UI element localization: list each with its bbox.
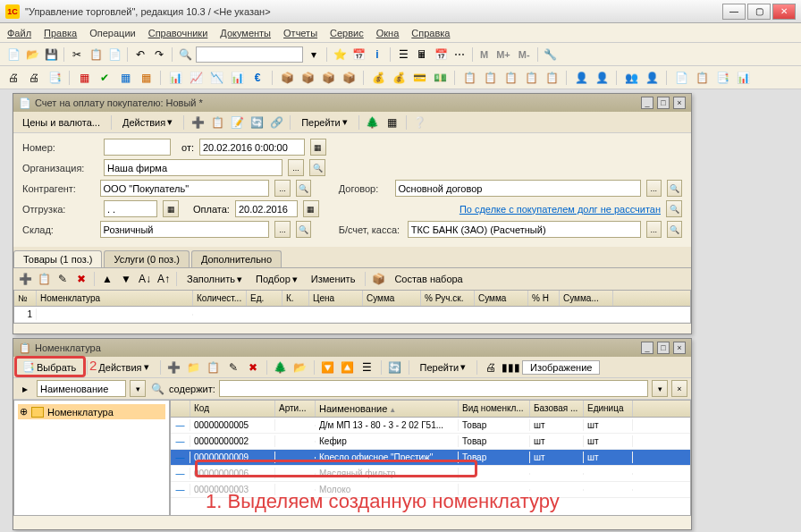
tool-icon[interactable]: 📋	[694, 70, 710, 86]
dropdown-button[interactable]: ▾	[130, 380, 146, 397]
doc-maximize-button[interactable]: □	[657, 97, 670, 109]
debt-link[interactable]: По сделке с покупателем долг не рассчита…	[460, 204, 661, 215]
favorites-icon[interactable]: ⭐	[332, 46, 348, 63]
tree-icon[interactable]: 🌲	[365, 114, 381, 131]
pay-input[interactable]: 20.02.2016	[235, 200, 298, 217]
sort-az-icon[interactable]: A↓	[137, 271, 153, 287]
col-num[interactable]: №	[14, 291, 37, 306]
col-base[interactable]: Базовая ...	[530, 401, 584, 417]
col-sum[interactable]: Сумма	[363, 291, 421, 306]
col-manual-discount[interactable]: % Руч.ск.	[421, 291, 475, 306]
tool-icon[interactable]: €	[249, 70, 266, 86]
menu-operations[interactable]: Операции	[89, 28, 135, 38]
tool-icon[interactable]: 💰	[370, 70, 386, 86]
tool-icon[interactable]: 💳	[411, 70, 427, 86]
print-icon[interactable]: 🖨	[483, 359, 499, 376]
delete-icon[interactable]: ✖	[245, 359, 261, 376]
menu-refs[interactable]: Справочники	[148, 28, 208, 38]
tool-icon[interactable]: 📋	[461, 70, 477, 86]
col-unit[interactable]: Ед.	[247, 291, 282, 306]
select-button[interactable]: ...	[646, 221, 662, 238]
menu-edit[interactable]: Правка	[44, 28, 77, 38]
tool-icon[interactable]: 👤	[644, 70, 660, 86]
actions-button[interactable]: Действия ▾	[93, 360, 154, 374]
open-button[interactable]: 🔍	[296, 180, 311, 197]
maximize-button[interactable]: ▢	[747, 4, 771, 20]
nom-minimize-button[interactable]: _	[641, 342, 653, 354]
tool-icon[interactable]: 👤	[594, 70, 610, 86]
prices-currency-button[interactable]: Цены и валюта...	[17, 116, 105, 129]
more-icon[interactable]: ⋯	[451, 46, 468, 63]
edit-row-icon[interactable]: ✎	[55, 271, 71, 287]
col-sum3[interactable]: Сумма...	[560, 291, 613, 306]
col-article[interactable]: Арти...	[275, 401, 316, 417]
menu-help[interactable]: Справка	[411, 28, 450, 38]
movedown-icon[interactable]: ▼	[118, 271, 134, 287]
move-icon[interactable]: 📂	[292, 359, 308, 376]
nom-grid-row[interactable]: —00000000009Кресло офисное "Престиж"Това…	[171, 450, 690, 466]
search-input[interactable]	[196, 46, 303, 63]
tool-icon[interactable]: 📦	[341, 70, 357, 86]
tool-icon[interactable]: 📑	[714, 70, 730, 86]
nom-grid-row[interactable]: —00000000003Молоко	[171, 482, 690, 498]
hierarchy-icon[interactable]: 🌲	[273, 359, 289, 376]
expand-icon[interactable]: ▸	[17, 381, 33, 397]
calendar-icon[interactable]: 📅	[350, 46, 367, 63]
tool-icon[interactable]: ✔	[97, 70, 113, 86]
list-icon[interactable]: ☰	[395, 46, 411, 63]
paste-icon[interactable]: 📄	[106, 46, 122, 63]
filter-value-input[interactable]	[219, 380, 648, 397]
copy-doc-icon[interactable]: 📋	[209, 114, 225, 131]
tool-icon[interactable]: 📋	[482, 70, 498, 86]
add-folder-icon[interactable]: 📁	[186, 359, 202, 376]
menu-service[interactable]: Сервис	[330, 28, 364, 38]
doc-close-button[interactable]: ×	[673, 97, 686, 109]
tool-icon[interactable]: 📄	[673, 70, 689, 86]
actions-button[interactable]: Действия ▾	[117, 115, 178, 129]
col-marker[interactable]	[171, 401, 190, 417]
new-icon[interactable]: 📄	[5, 46, 21, 63]
minimize-button[interactable]: —	[722, 4, 746, 20]
copy-icon[interactable]: 📋	[88, 46, 104, 63]
filter-list-icon[interactable]: ☰	[359, 359, 375, 376]
filter-off-icon[interactable]: 🔼	[340, 359, 356, 376]
menu-file[interactable]: Файл	[7, 28, 31, 38]
open-button[interactable]: 🔍	[296, 221, 311, 238]
settings-icon[interactable]: 🔧	[543, 46, 559, 63]
nom-close-button[interactable]: ×	[673, 342, 686, 354]
tab-goods[interactable]: Товары (1 поз.)	[13, 250, 102, 267]
calendar-button[interactable]: ▦	[310, 139, 326, 156]
delete-row-icon[interactable]: ✖	[73, 271, 89, 287]
refresh-icon[interactable]: 🔄	[387, 359, 403, 376]
tool-icon[interactable]: 📦	[299, 70, 316, 86]
filter-icon[interactable]: 🔽	[320, 359, 336, 376]
date-input[interactable]: 20.02.2016 0:00:00	[199, 139, 305, 156]
dropdown-icon[interactable]: ▾	[306, 46, 322, 63]
open-icon[interactable]: 📂	[24, 46, 40, 63]
help2-icon[interactable]: ❔	[412, 114, 428, 131]
contr-input[interactable]: ООО "Покупатель"	[100, 180, 270, 197]
search-icon[interactable]: 🔍	[177, 46, 193, 63]
tool-icon[interactable]: 🖨	[5, 70, 21, 86]
tool-icon[interactable]: 💵	[432, 70, 448, 86]
col-qty[interactable]: Количест...	[193, 291, 247, 306]
nom-maximize-button[interactable]: □	[657, 342, 670, 354]
composition-button[interactable]: Состав набора	[389, 273, 468, 285]
sort-za-icon[interactable]: A↑	[156, 271, 172, 287]
select-button[interactable]: ...	[646, 180, 662, 197]
nom-grid-row[interactable]: —00000000006Масляный фильтр	[171, 466, 690, 482]
tool-icon[interactable]: 📊	[229, 70, 245, 86]
open-button[interactable]: 🔍	[309, 159, 325, 176]
tool-icon[interactable]: 📉	[208, 70, 224, 86]
close-button[interactable]: ✕	[772, 4, 796, 20]
change-button[interactable]: Изменить	[306, 273, 361, 285]
menu-windows[interactable]: Окна	[376, 28, 400, 38]
org-input[interactable]: Наша фирма	[104, 159, 282, 176]
calendar-button[interactable]: ▦	[303, 200, 319, 217]
menu-reports[interactable]: Отчеты	[283, 28, 317, 38]
add-icon[interactable]: ➕	[190, 114, 206, 131]
search-icon[interactable]: 🔍	[149, 381, 165, 397]
tool-icon[interactable]: ▦	[117, 70, 133, 86]
account-input[interactable]: ТКС БАНК (ЗАО) (Расчетный)	[408, 221, 641, 238]
dropdown-button[interactable]: ▾	[652, 380, 668, 397]
